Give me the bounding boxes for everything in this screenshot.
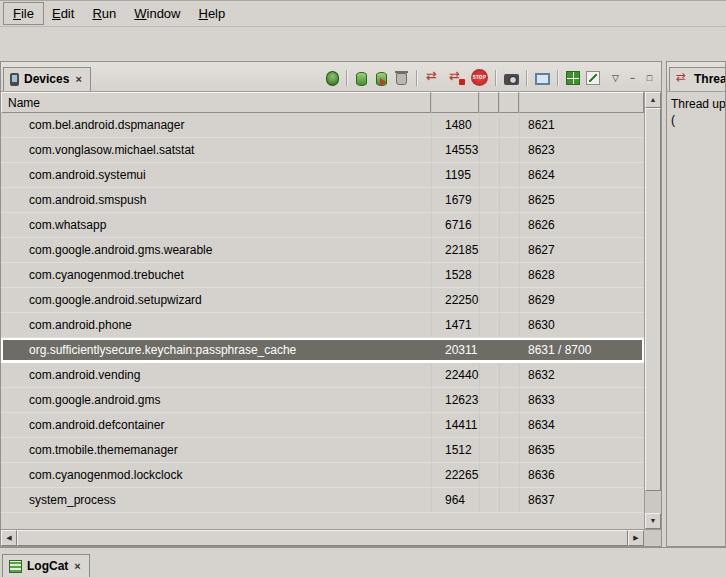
process-row[interactable]: com.whatsapp67168626 xyxy=(1,213,644,238)
process-pid: 22250 xyxy=(431,288,479,312)
process-row[interactable]: com.cyanogenmod.lockclock222658636 xyxy=(1,463,644,488)
cause-gc-icon[interactable] xyxy=(396,73,407,85)
menu-help[interactable]: Help xyxy=(189,3,234,24)
screen-capture-icon[interactable] xyxy=(504,74,519,85)
menu-file[interactable]: File xyxy=(4,3,43,24)
process-port: 8621 xyxy=(519,113,644,137)
process-row[interactable]: com.android.vending224408632 xyxy=(1,363,644,388)
close-icon[interactable]: × xyxy=(74,74,82,84)
tab-threads[interactable]: Threads × xyxy=(669,67,725,91)
process-pid: 1480 xyxy=(431,113,479,137)
process-port: 8629 xyxy=(519,288,644,312)
menu-run[interactable]: Run xyxy=(83,3,125,24)
process-cell-empty xyxy=(479,463,499,487)
process-row[interactable]: system_process9648637 xyxy=(1,488,644,513)
process-cell-empty xyxy=(499,138,519,162)
process-name: com.google.android.gms xyxy=(1,388,431,412)
process-name: com.bel.android.dspmanager xyxy=(1,113,431,137)
toolbar-separator xyxy=(346,70,347,86)
process-port: 8634 xyxy=(519,413,644,437)
menu-edit[interactable]: Edit xyxy=(43,3,83,24)
dump-hprof-icon[interactable] xyxy=(376,72,387,86)
column-header-empty[interactable] xyxy=(479,92,499,113)
process-port: 8633 xyxy=(519,388,644,412)
horizontal-scrollbar-thumb[interactable] xyxy=(17,530,628,546)
toolbar-empty-area xyxy=(0,27,726,60)
process-name: com.android.defcontainer xyxy=(1,413,431,437)
column-header-empty[interactable] xyxy=(499,92,519,113)
process-name: com.android.phone xyxy=(1,313,431,337)
toolbar-separator xyxy=(416,70,417,86)
process-pid: 14553 xyxy=(431,138,479,162)
process-pid: 1528 xyxy=(431,263,479,287)
process-pid: 22185 xyxy=(431,238,479,262)
process-pid: 964 xyxy=(431,488,479,512)
process-name: com.google.android.setupwizard xyxy=(1,288,431,312)
process-pid: 1195 xyxy=(431,163,479,187)
process-row[interactable]: com.google.android.gms126238633 xyxy=(1,388,644,413)
view-menu-icon[interactable]: ▽ xyxy=(607,70,624,86)
threads-tab-label: Threads xyxy=(694,72,725,86)
column-header-pid[interactable] xyxy=(431,92,479,113)
process-cell-empty xyxy=(499,488,519,512)
column-header-port[interactable] xyxy=(519,92,644,113)
process-row[interactable]: com.android.systemui11958624 xyxy=(1,163,644,188)
menu-window[interactable]: Window xyxy=(125,3,189,24)
process-port: 8628 xyxy=(519,263,644,287)
process-pid: 22265 xyxy=(431,463,479,487)
process-port: 8636 xyxy=(519,463,644,487)
process-row[interactable]: com.google.android.setupwizard222508629 xyxy=(1,288,644,313)
process-pid: 12623 xyxy=(431,388,479,412)
process-row[interactable]: com.android.phone14718630 xyxy=(1,313,644,338)
debug-process-icon[interactable] xyxy=(326,71,339,86)
maximize-icon[interactable]: □ xyxy=(641,70,658,86)
process-name: com.android.smspush xyxy=(1,188,431,212)
process-name: com.android.vending xyxy=(1,363,431,387)
logcat-bar: LogCat × xyxy=(0,547,726,577)
process-port: 8624 xyxy=(519,163,644,187)
start-method-profiling-icon[interactable] xyxy=(448,69,465,86)
column-header-name[interactable]: Name xyxy=(1,92,431,113)
tab-devices[interactable]: Devices × xyxy=(3,67,91,91)
scroll-right-icon[interactable]: ▶ xyxy=(628,530,644,546)
screen-record-icon[interactable] xyxy=(535,73,550,85)
process-cell-empty xyxy=(479,438,499,462)
process-row[interactable]: com.cyanogenmod.trebuchet15288628 xyxy=(1,263,644,288)
process-row[interactable]: com.android.defcontainer144118634 xyxy=(1,413,644,438)
update-threads-icon[interactable] xyxy=(425,69,442,86)
stop-process-icon[interactable]: STOP xyxy=(471,69,488,86)
process-cell-empty xyxy=(479,413,499,437)
process-cell-empty xyxy=(479,388,499,412)
process-row[interactable]: com.google.android.gms.wearable221858627 xyxy=(1,238,644,263)
vertical-scrollbar-thumb[interactable] xyxy=(645,108,661,491)
process-cell-empty xyxy=(499,113,519,137)
process-cell-empty xyxy=(499,338,519,362)
process-row[interactable]: com.bel.android.dspmanager14808621 xyxy=(1,113,644,138)
process-row[interactable]: com.tmobile.thememanager15128635 xyxy=(1,438,644,463)
scroll-up-icon[interactable]: ▲ xyxy=(645,92,661,108)
hierarchy-view-icon[interactable] xyxy=(566,71,580,85)
tab-logcat[interactable]: LogCat × xyxy=(2,554,90,577)
vertical-scrollbar[interactable]: ▲ ▼ xyxy=(644,92,661,529)
process-cell-empty xyxy=(479,113,499,137)
process-row[interactable]: com.vonglasow.michael.satstat145538623 xyxy=(1,138,644,163)
horizontal-scrollbar[interactable]: ◀ ▶ xyxy=(1,529,661,546)
process-cell-empty xyxy=(499,313,519,337)
scroll-left-icon[interactable]: ◀ xyxy=(1,530,17,546)
logcat-icon xyxy=(9,560,22,573)
minimize-icon[interactable]: − xyxy=(624,70,641,86)
process-pid: 6716 xyxy=(431,213,479,237)
update-heap-icon[interactable] xyxy=(356,72,367,86)
process-row[interactable]: org.sufficientlysecure.keychain:passphra… xyxy=(1,338,644,363)
process-cell-empty xyxy=(499,363,519,387)
pixel-perfect-icon[interactable] xyxy=(586,71,600,85)
process-cell-empty xyxy=(499,188,519,212)
toolbar-separator xyxy=(557,70,558,86)
process-cell-empty xyxy=(499,438,519,462)
process-row[interactable]: com.android.smspush16798625 xyxy=(1,188,644,213)
logcat-tab-label: LogCat xyxy=(27,559,68,573)
close-icon[interactable]: × xyxy=(73,561,81,571)
devices-panel-header: Devices × STOP ▽ − □ xyxy=(1,62,661,92)
process-cell-empty xyxy=(479,188,499,212)
scroll-down-icon[interactable]: ▼ xyxy=(645,513,661,529)
